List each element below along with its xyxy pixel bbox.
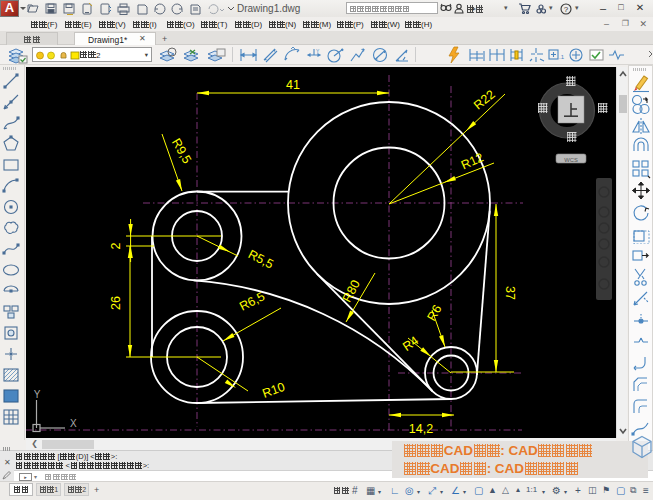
svg-text:WCS: WCS (564, 157, 578, 163)
svg-text:14,2: 14,2 (409, 422, 433, 436)
svg-text:Y: Y (34, 389, 41, 400)
svg-text:37: 37 (503, 286, 517, 300)
svg-text:.1: .1 (559, 54, 565, 60)
svg-text:X: X (70, 418, 77, 429)
svg-text:26: 26 (109, 296, 123, 310)
svg-text:?: ? (564, 4, 569, 13)
svg-text:2: 2 (109, 242, 123, 249)
svg-text:41: 41 (286, 78, 300, 92)
svg-text:Y: Y (316, 48, 320, 54)
